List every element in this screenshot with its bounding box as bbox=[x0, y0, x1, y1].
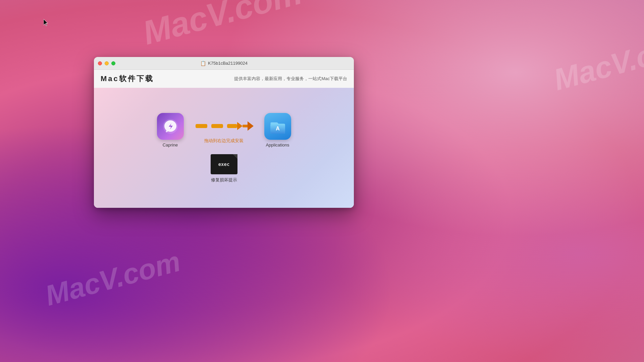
install-row: Caprine 拖动到右边完成安装 bbox=[157, 113, 291, 147]
svg-marker-6 bbox=[248, 121, 254, 131]
exec-label: exec bbox=[218, 162, 230, 167]
applications-svg: A bbox=[269, 118, 286, 135]
applications-icon[interactable]: A bbox=[264, 113, 291, 140]
title-text: K75b1cBa21199024 bbox=[208, 61, 248, 66]
exec-wrapper: exec 修复损坏提示 bbox=[211, 154, 237, 183]
maximize-button[interactable] bbox=[111, 61, 115, 65]
installer-window: 📋 K75b1cBa21199024 Mac软件下载 提供丰富内容，最新应用，专… bbox=[94, 57, 354, 208]
drag-arrows bbox=[194, 117, 254, 135]
svg-rect-2 bbox=[211, 124, 223, 128]
caprine-icon[interactable] bbox=[157, 113, 184, 140]
traffic-lights bbox=[98, 61, 115, 65]
window-title: 📋 K75b1cBa21199024 bbox=[200, 61, 248, 66]
svg-marker-4 bbox=[237, 122, 243, 130]
caprine-svg bbox=[162, 118, 179, 135]
header-subtitle: 提供丰富内容，最新应用，专业服务，一站式Mac下载平台 bbox=[234, 76, 347, 82]
svg-rect-1 bbox=[196, 124, 207, 128]
applications-label: Applications bbox=[266, 142, 289, 147]
brand-title: Mac软件下载 bbox=[101, 74, 154, 84]
close-button[interactable] bbox=[98, 61, 102, 65]
header-bar: Mac软件下载 提供丰富内容，最新应用，专业服务，一站式Mac下载平台 bbox=[94, 70, 354, 88]
titlebar: 📋 K75b1cBa21199024 bbox=[94, 57, 354, 70]
minimize-button[interactable] bbox=[105, 61, 109, 65]
svg-rect-3 bbox=[227, 124, 237, 128]
exec-icon[interactable]: exec bbox=[211, 154, 237, 174]
applications-wrapper: A Applications bbox=[264, 113, 291, 147]
exec-caption: 修复损坏提示 bbox=[211, 177, 237, 183]
install-area: Caprine 拖动到右边完成安装 bbox=[94, 88, 354, 208]
caprine-wrapper: Caprine bbox=[157, 113, 184, 147]
window-content: Mac软件下载 提供丰富内容，最新应用，专业服务，一站式Mac下载平台 bbox=[94, 70, 354, 208]
arrow-area: 拖动到右边完成安装 bbox=[194, 117, 254, 144]
drag-instruction: 拖动到右边完成安装 bbox=[204, 138, 244, 144]
svg-text:A: A bbox=[276, 126, 280, 131]
title-document-icon: 📋 bbox=[200, 61, 206, 66]
caprine-label: Caprine bbox=[163, 142, 178, 147]
